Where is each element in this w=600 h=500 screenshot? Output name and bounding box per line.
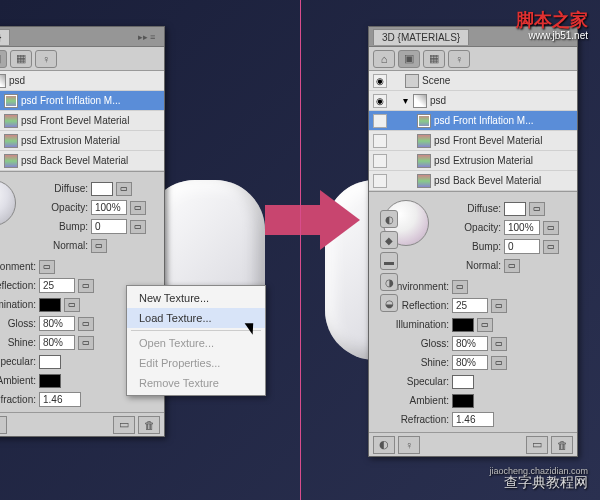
opacity-input[interactable] xyxy=(504,220,540,235)
opacity-texture-icon[interactable]: ▭ xyxy=(543,221,559,235)
diffuse-texture-icon[interactable]: ▭ xyxy=(529,202,545,216)
visibility-toggle[interactable] xyxy=(373,154,387,168)
illumination-swatch[interactable] xyxy=(452,318,474,332)
illumination-label: Illumination: xyxy=(387,319,449,330)
material-row[interactable]: psd Front Inflation M... xyxy=(369,111,577,131)
brush-tool-icon[interactable]: ◒ xyxy=(380,294,398,312)
shine-input[interactable] xyxy=(39,335,75,350)
diffuse-swatch[interactable] xyxy=(504,202,526,216)
shine-texture-icon[interactable]: ▭ xyxy=(491,356,507,370)
panel-tab[interactable]: RIALS} xyxy=(0,29,10,45)
reflection-input[interactable] xyxy=(39,278,75,293)
menu-load-texture[interactable]: Load Texture... xyxy=(127,308,265,328)
select-tool-icon[interactable]: ▬ xyxy=(380,252,398,270)
drop-tool-icon[interactable]: ◑ xyxy=(380,273,398,291)
material-icon xyxy=(417,134,431,148)
bump-texture-icon[interactable]: ▭ xyxy=(543,240,559,254)
diffuse-texture-icon[interactable]: ▭ xyxy=(116,182,132,196)
collapse-icon[interactable]: ▾ xyxy=(403,95,408,106)
material-row[interactable]: psd Front Inflation M... xyxy=(0,91,164,111)
opacity-label: Opacity: xyxy=(26,202,88,213)
materials-panel-after: 3D {MATERIALS} ▸▸ ≡ ⌂ ▣ ▦ ♀ ◉ Scene ◉ ▾ … xyxy=(368,26,578,457)
panel-menu-icon[interactable]: ≡ xyxy=(563,32,573,42)
trash-icon[interactable]: 🗑 xyxy=(551,436,573,454)
reflection-texture-icon[interactable]: ▭ xyxy=(78,279,94,293)
material-row[interactable]: psd Extrusion Material xyxy=(0,131,164,151)
menu-edit-properties[interactable]: Edit Properties... xyxy=(127,353,265,373)
bump-texture-icon[interactable]: ▭ xyxy=(130,220,146,234)
object-row[interactable]: ◉ ▾ psd xyxy=(369,91,577,111)
render-icon[interactable]: ◐ xyxy=(373,436,395,454)
gloss-label: Gloss: xyxy=(387,338,449,349)
new-icon[interactable]: ▭ xyxy=(526,436,548,454)
environment-texture-icon[interactable]: ▭ xyxy=(452,280,468,294)
panel-collapse-icon[interactable]: ▸▸ xyxy=(138,32,148,42)
light-icon[interactable]: ♀ xyxy=(398,436,420,454)
new-icon[interactable]: ▭ xyxy=(113,416,135,434)
bucket-tool-icon[interactable]: ◆ xyxy=(380,231,398,249)
shine-label: Shine: xyxy=(0,337,36,348)
reflection-texture-icon[interactable]: ▭ xyxy=(491,299,507,313)
material-row[interactable]: psd Extrusion Material xyxy=(369,151,577,171)
menu-open-texture[interactable]: Open Texture... xyxy=(127,333,265,353)
visibility-toggle[interactable]: ◉ xyxy=(373,74,387,88)
bump-input[interactable] xyxy=(91,219,127,234)
gloss-texture-icon[interactable]: ▭ xyxy=(78,317,94,331)
filter-toolbar: ⌂ ▣ ▦ ♀ xyxy=(0,47,164,71)
filter-mesh-icon[interactable]: ▣ xyxy=(398,50,420,68)
filter-material-icon[interactable]: ▦ xyxy=(423,50,445,68)
shine-texture-icon[interactable]: ▭ xyxy=(78,336,94,350)
opacity-input[interactable] xyxy=(91,200,127,215)
visibility-toggle[interactable] xyxy=(373,114,387,128)
gloss-texture-icon[interactable]: ▭ xyxy=(491,337,507,351)
normal-texture-icon[interactable]: ▭ xyxy=(504,259,520,273)
menu-remove-texture[interactable]: Remove Texture xyxy=(127,373,265,393)
gloss-input[interactable] xyxy=(452,336,488,351)
material-row[interactable]: psd Front Bevel Material xyxy=(0,111,164,131)
filter-material-icon[interactable]: ▦ xyxy=(10,50,32,68)
trash-icon[interactable]: 🗑 xyxy=(138,416,160,434)
bump-label: Bump: xyxy=(26,221,88,232)
material-row[interactable]: psd Back Bevel Material xyxy=(0,151,164,171)
gloss-input[interactable] xyxy=(39,316,75,331)
material-label: psd Extrusion Material xyxy=(21,135,120,146)
environment-label: Environment: xyxy=(0,261,36,272)
diffuse-swatch[interactable] xyxy=(91,182,113,196)
material-row[interactable]: psd Back Bevel Material xyxy=(369,171,577,191)
ambient-swatch[interactable] xyxy=(452,394,474,408)
bump-input[interactable] xyxy=(504,239,540,254)
shine-input[interactable] xyxy=(452,355,488,370)
refraction-input[interactable] xyxy=(452,412,494,427)
illumination-texture-icon[interactable]: ▭ xyxy=(477,318,493,332)
refraction-input[interactable] xyxy=(39,392,81,407)
illumination-swatch[interactable] xyxy=(39,298,61,312)
filter-scene-icon[interactable]: ⌂ xyxy=(373,50,395,68)
visibility-toggle[interactable] xyxy=(373,174,387,188)
filter-mesh-icon[interactable]: ▣ xyxy=(0,50,7,68)
filter-light-icon[interactable]: ♀ xyxy=(35,50,57,68)
environment-texture-icon[interactable]: ▭ xyxy=(39,260,55,274)
material-properties: Diffuse:▭ Opacity:▭ Bump:▭ Normal:▭ Envi… xyxy=(369,192,577,432)
material-label: psd Front Inflation M... xyxy=(21,95,121,106)
light-icon[interactable]: ♀ xyxy=(0,416,7,434)
reflection-input[interactable] xyxy=(452,298,488,313)
panel-menu-icon[interactable]: ≡ xyxy=(150,32,160,42)
picker-tool-icon[interactable]: ◐ xyxy=(380,210,398,228)
material-preview-sphere[interactable] xyxy=(0,180,16,226)
ambient-swatch[interactable] xyxy=(39,374,61,388)
panel-collapse-icon[interactable]: ▸▸ xyxy=(551,32,561,42)
illumination-texture-icon[interactable]: ▭ xyxy=(64,298,80,312)
opacity-texture-icon[interactable]: ▭ xyxy=(130,201,146,215)
visibility-toggle[interactable]: ◉ xyxy=(373,94,387,108)
visibility-toggle[interactable] xyxy=(373,134,387,148)
filter-light-icon[interactable]: ♀ xyxy=(448,50,470,68)
specular-swatch[interactable] xyxy=(452,375,474,389)
material-row[interactable]: psd Front Bevel Material xyxy=(369,131,577,151)
scene-root-row[interactable]: ◉ Scene xyxy=(369,71,577,91)
panel-tab[interactable]: 3D {MATERIALS} xyxy=(373,29,469,45)
menu-new-texture[interactable]: New Texture... xyxy=(127,288,265,308)
specular-swatch[interactable] xyxy=(39,355,61,369)
object-row[interactable]: ◉ psd xyxy=(0,71,164,91)
shine-label: Shine: xyxy=(387,357,449,368)
normal-texture-icon[interactable]: ▭ xyxy=(91,239,107,253)
